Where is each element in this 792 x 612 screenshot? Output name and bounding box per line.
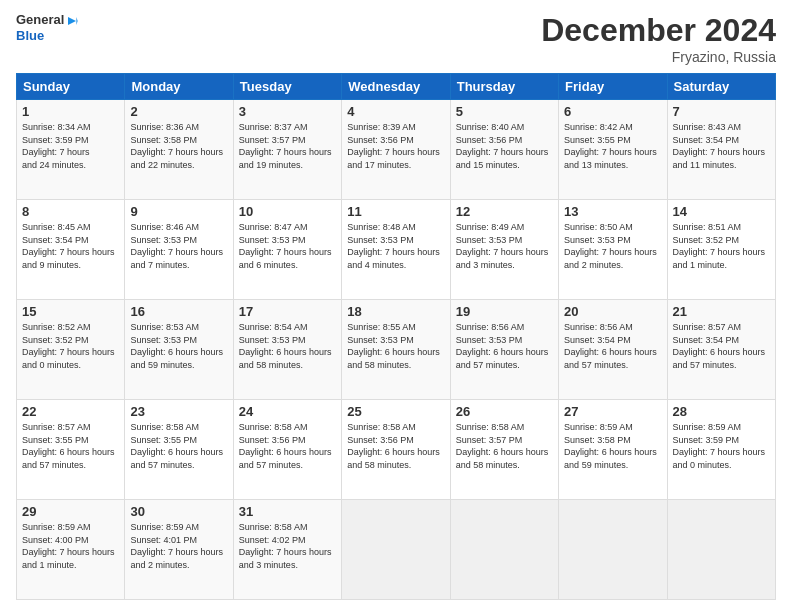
day-info: Sunrise: 8:42 AM Sunset: 3:55 PM Dayligh… <box>564 121 661 171</box>
day-info: Sunrise: 8:58 AM Sunset: 3:57 PM Dayligh… <box>456 421 553 471</box>
table-row: 21Sunrise: 8:57 AM Sunset: 3:54 PM Dayli… <box>667 300 775 400</box>
day-number: 3 <box>239 104 336 119</box>
day-info: Sunrise: 8:46 AM Sunset: 3:53 PM Dayligh… <box>130 221 227 271</box>
table-row: 13Sunrise: 8:50 AM Sunset: 3:53 PM Dayli… <box>559 200 667 300</box>
day-info: Sunrise: 8:55 AM Sunset: 3:53 PM Dayligh… <box>347 321 444 371</box>
col-thursday: Thursday <box>450 74 558 100</box>
day-number: 5 <box>456 104 553 119</box>
day-number: 22 <box>22 404 119 419</box>
table-row: 10Sunrise: 8:47 AM Sunset: 3:53 PM Dayli… <box>233 200 341 300</box>
day-info: Sunrise: 8:45 AM Sunset: 3:54 PM Dayligh… <box>22 221 119 271</box>
day-number: 27 <box>564 404 661 419</box>
day-number: 2 <box>130 104 227 119</box>
table-row: 8Sunrise: 8:45 AM Sunset: 3:54 PM Daylig… <box>17 200 125 300</box>
col-friday: Friday <box>559 74 667 100</box>
day-info: Sunrise: 8:59 AM Sunset: 4:00 PM Dayligh… <box>22 521 119 571</box>
day-info: Sunrise: 8:37 AM Sunset: 3:57 PM Dayligh… <box>239 121 336 171</box>
day-info: Sunrise: 8:59 AM Sunset: 4:01 PM Dayligh… <box>130 521 227 571</box>
day-info: Sunrise: 8:53 AM Sunset: 3:53 PM Dayligh… <box>130 321 227 371</box>
day-number: 10 <box>239 204 336 219</box>
day-info: Sunrise: 8:58 AM Sunset: 3:55 PM Dayligh… <box>130 421 227 471</box>
day-info: Sunrise: 8:57 AM Sunset: 3:54 PM Dayligh… <box>673 321 770 371</box>
day-info: Sunrise: 8:36 AM Sunset: 3:58 PM Dayligh… <box>130 121 227 171</box>
day-info: Sunrise: 8:58 AM Sunset: 3:56 PM Dayligh… <box>239 421 336 471</box>
table-row <box>342 500 450 600</box>
table-row: 9Sunrise: 8:46 AM Sunset: 3:53 PM Daylig… <box>125 200 233 300</box>
month-title: December 2024 <box>541 12 776 49</box>
day-number: 1 <box>22 104 119 119</box>
day-number: 4 <box>347 104 444 119</box>
day-number: 23 <box>130 404 227 419</box>
day-info: Sunrise: 8:56 AM Sunset: 3:53 PM Dayligh… <box>456 321 553 371</box>
day-info: Sunrise: 8:58 AM Sunset: 3:56 PM Dayligh… <box>347 421 444 471</box>
day-number: 7 <box>673 104 770 119</box>
day-number: 12 <box>456 204 553 219</box>
logo-wordmark: General Blue <box>16 12 78 43</box>
table-row: 1Sunrise: 8:34 AM Sunset: 3:59 PM Daylig… <box>17 100 125 200</box>
day-info: Sunrise: 8:54 AM Sunset: 3:53 PM Dayligh… <box>239 321 336 371</box>
table-row <box>559 500 667 600</box>
table-row <box>450 500 558 600</box>
table-row: 20Sunrise: 8:56 AM Sunset: 3:54 PM Dayli… <box>559 300 667 400</box>
table-row: 27Sunrise: 8:59 AM Sunset: 3:58 PM Dayli… <box>559 400 667 500</box>
table-row: 7Sunrise: 8:43 AM Sunset: 3:54 PM Daylig… <box>667 100 775 200</box>
svg-marker-0 <box>68 17 76 25</box>
day-info: Sunrise: 8:50 AM Sunset: 3:53 PM Dayligh… <box>564 221 661 271</box>
day-number: 31 <box>239 504 336 519</box>
day-number: 30 <box>130 504 227 519</box>
col-monday: Monday <box>125 74 233 100</box>
day-info: Sunrise: 8:48 AM Sunset: 3:53 PM Dayligh… <box>347 221 444 271</box>
col-saturday: Saturday <box>667 74 775 100</box>
calendar-week: 8Sunrise: 8:45 AM Sunset: 3:54 PM Daylig… <box>17 200 776 300</box>
day-number: 18 <box>347 304 444 319</box>
header-row: Sunday Monday Tuesday Wednesday Thursday… <box>17 74 776 100</box>
day-number: 14 <box>673 204 770 219</box>
table-row: 30Sunrise: 8:59 AM Sunset: 4:01 PM Dayli… <box>125 500 233 600</box>
day-info: Sunrise: 8:39 AM Sunset: 3:56 PM Dayligh… <box>347 121 444 171</box>
col-tuesday: Tuesday <box>233 74 341 100</box>
calendar-week: 29Sunrise: 8:59 AM Sunset: 4:00 PM Dayli… <box>17 500 776 600</box>
table-row: 23Sunrise: 8:58 AM Sunset: 3:55 PM Dayli… <box>125 400 233 500</box>
day-number: 21 <box>673 304 770 319</box>
calendar-week: 1Sunrise: 8:34 AM Sunset: 3:59 PM Daylig… <box>17 100 776 200</box>
day-number: 6 <box>564 104 661 119</box>
day-number: 20 <box>564 304 661 319</box>
day-info: Sunrise: 8:47 AM Sunset: 3:53 PM Dayligh… <box>239 221 336 271</box>
header: General Blue December 2024 Fryazino, Rus… <box>16 12 776 65</box>
table-row: 19Sunrise: 8:56 AM Sunset: 3:53 PM Dayli… <box>450 300 558 400</box>
table-row: 29Sunrise: 8:59 AM Sunset: 4:00 PM Dayli… <box>17 500 125 600</box>
day-number: 26 <box>456 404 553 419</box>
table-row: 2Sunrise: 8:36 AM Sunset: 3:58 PM Daylig… <box>125 100 233 200</box>
day-number: 9 <box>130 204 227 219</box>
calendar-week: 15Sunrise: 8:52 AM Sunset: 3:52 PM Dayli… <box>17 300 776 400</box>
day-number: 11 <box>347 204 444 219</box>
table-row: 15Sunrise: 8:52 AM Sunset: 3:52 PM Dayli… <box>17 300 125 400</box>
col-sunday: Sunday <box>17 74 125 100</box>
location: Fryazino, Russia <box>541 49 776 65</box>
svg-marker-1 <box>76 17 78 25</box>
day-info: Sunrise: 8:40 AM Sunset: 3:56 PM Dayligh… <box>456 121 553 171</box>
day-info: Sunrise: 8:43 AM Sunset: 3:54 PM Dayligh… <box>673 121 770 171</box>
day-info: Sunrise: 8:58 AM Sunset: 4:02 PM Dayligh… <box>239 521 336 571</box>
day-info: Sunrise: 8:52 AM Sunset: 3:52 PM Dayligh… <box>22 321 119 371</box>
table-row: 4Sunrise: 8:39 AM Sunset: 3:56 PM Daylig… <box>342 100 450 200</box>
day-info: Sunrise: 8:51 AM Sunset: 3:52 PM Dayligh… <box>673 221 770 271</box>
page: General Blue December 2024 Fryazino, Rus… <box>0 0 792 612</box>
day-number: 24 <box>239 404 336 419</box>
table-row: 22Sunrise: 8:57 AM Sunset: 3:55 PM Dayli… <box>17 400 125 500</box>
col-wednesday: Wednesday <box>342 74 450 100</box>
day-number: 29 <box>22 504 119 519</box>
table-row: 28Sunrise: 8:59 AM Sunset: 3:59 PM Dayli… <box>667 400 775 500</box>
logo: General Blue <box>16 12 78 43</box>
title-block: December 2024 Fryazino, Russia <box>541 12 776 65</box>
table-row: 16Sunrise: 8:53 AM Sunset: 3:53 PM Dayli… <box>125 300 233 400</box>
day-number: 15 <box>22 304 119 319</box>
day-number: 28 <box>673 404 770 419</box>
table-row: 31Sunrise: 8:58 AM Sunset: 4:02 PM Dayli… <box>233 500 341 600</box>
table-row: 6Sunrise: 8:42 AM Sunset: 3:55 PM Daylig… <box>559 100 667 200</box>
table-row: 25Sunrise: 8:58 AM Sunset: 3:56 PM Dayli… <box>342 400 450 500</box>
table-row: 12Sunrise: 8:49 AM Sunset: 3:53 PM Dayli… <box>450 200 558 300</box>
day-number: 19 <box>456 304 553 319</box>
day-number: 16 <box>130 304 227 319</box>
day-info: Sunrise: 8:56 AM Sunset: 3:54 PM Dayligh… <box>564 321 661 371</box>
